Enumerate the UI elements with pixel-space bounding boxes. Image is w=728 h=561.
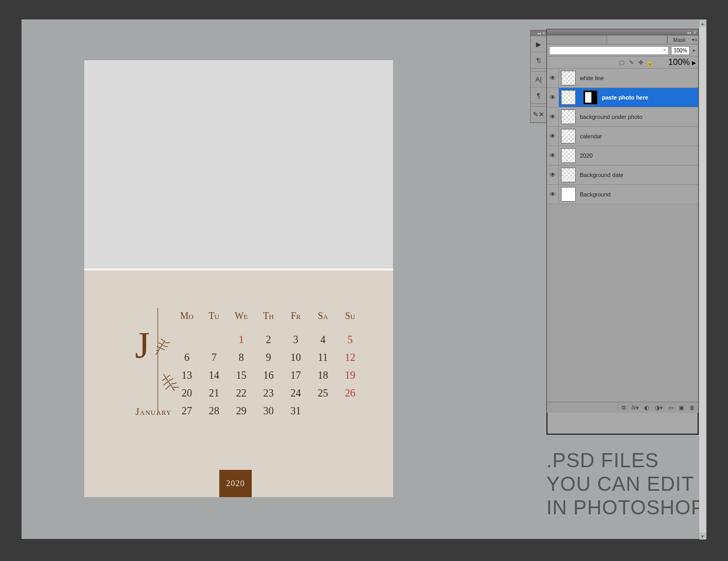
layer-thumbnail[interactable] <box>561 71 576 85</box>
visibility-toggle[interactable]: 👁 <box>547 185 559 204</box>
eye-icon: 👁 <box>547 88 558 107</box>
eye-icon: 👁 <box>547 171 558 179</box>
opacity-arrow-icon[interactable]: ▸ <box>692 48 696 53</box>
day-cell: 21 <box>200 384 228 402</box>
visibility-toggle[interactable]: 👁 <box>547 146 559 165</box>
layer-row[interactable]: 👁background under photo <box>547 107 698 127</box>
layer-name[interactable]: paste photo here <box>602 94 648 101</box>
layer-row[interactable]: 👁white line <box>547 69 698 88</box>
visibility-toggle[interactable]: 👁 <box>547 107 559 126</box>
lock-brush-icon[interactable]: ✎ <box>628 59 635 66</box>
day-cell <box>200 331 228 348</box>
weekday-header: Tu <box>200 307 228 331</box>
day-cell: 27 <box>173 402 200 420</box>
blend-mode-select[interactable] <box>549 46 669 55</box>
eye-icon: 👁 <box>547 133 558 140</box>
layer-thumbnail[interactable] <box>561 168 576 182</box>
day-cell: 15 <box>228 366 255 384</box>
panel-footer: ⧉ fx▾ ◐ ◑▾ ▭ ▣ 🗑 <box>547 402 698 413</box>
character-icon[interactable]: A| <box>531 71 546 87</box>
tab-layers[interactable] <box>547 36 607 44</box>
fx-icon[interactable]: fx▾ <box>631 404 639 411</box>
eye-icon: 👁 <box>547 191 558 198</box>
tab-other[interactable] <box>607 36 667 44</box>
new-layer-icon[interactable]: ▣ <box>679 404 684 411</box>
toolbar-header[interactable]: ◂◂✕ <box>531 30 546 36</box>
day-cell: 16 <box>255 366 282 384</box>
layer-row[interactable]: 👁Background date <box>547 166 698 185</box>
lock-all-icon[interactable]: 🔒 <box>646 59 654 66</box>
layer-thumbnail[interactable] <box>561 109 576 124</box>
day-cell: 4 <box>309 331 337 348</box>
layer-mask-thumbnail[interactable] <box>583 90 598 105</box>
layer-row[interactable]: 👁paste photo here <box>547 88 698 107</box>
paragraph-panel-icon[interactable]: ¶| <box>531 52 546 69</box>
day-cell: 6 <box>173 348 200 366</box>
layer-thumbnail[interactable] <box>561 187 576 202</box>
visibility-toggle[interactable]: 👁 <box>547 127 559 146</box>
day-cell: 31 <box>282 402 309 420</box>
visibility-toggle[interactable]: 👁 <box>547 69 559 87</box>
panel-menu-icon[interactable]: ▾≡ <box>691 36 698 44</box>
fill-arrow-icon[interactable]: ▸ <box>692 58 696 68</box>
day-cell: 28 <box>200 402 228 420</box>
panel-tabs: Mask ▾≡ <box>547 36 698 45</box>
scroll-down-icon[interactable]: ▾ <box>699 533 706 540</box>
day-cell: 23 <box>255 384 282 402</box>
lock-transparent-icon[interactable]: ▢ <box>618 59 625 66</box>
close-icon[interactable]: ✕ <box>693 30 697 35</box>
layer-row[interactable]: 👁Background <box>547 185 698 204</box>
layer-name[interactable]: calendar <box>580 133 602 139</box>
group-icon[interactable]: ▭ <box>668 404 674 411</box>
day-cell <box>337 402 364 420</box>
day-cell: 29 <box>228 402 255 420</box>
tab-mask[interactable]: Mask <box>667 36 691 44</box>
panel-titlebar[interactable]: ◂◂✕ <box>547 29 698 36</box>
promo-line: .PSD FILES <box>546 449 705 472</box>
paragraph-icon[interactable]: ¶ <box>531 87 546 104</box>
day-cell: 18 <box>309 366 337 384</box>
weekday-header: Th <box>255 307 282 331</box>
lock-move-icon[interactable]: ✥ <box>637 59 644 66</box>
layer-name[interactable]: background under photo <box>580 114 642 120</box>
day-cell: 20 <box>173 384 200 402</box>
day-cell: 22 <box>228 384 255 402</box>
visibility-toggle[interactable]: 👁 <box>547 88 559 107</box>
day-cell: 8 <box>228 348 255 366</box>
app-frame: J January MoTuWeThFrSaSu1234567891011121… <box>21 19 707 540</box>
collapse-icon[interactable]: ◂◂ <box>687 30 691 35</box>
day-cell: 9 <box>255 348 282 366</box>
layer-thumbnail[interactable] <box>561 129 576 144</box>
visibility-toggle[interactable]: 👁 <box>547 166 559 184</box>
trash-icon[interactable]: 🗑 <box>689 404 695 411</box>
calendar-artwork: J January MoTuWeThFrSaSu1234567891011121… <box>84 60 393 497</box>
weekday-header: We <box>228 307 255 331</box>
link-layers-icon[interactable]: ⧉ <box>622 404 626 411</box>
layer-name[interactable]: white line <box>580 75 604 81</box>
day-cell: 30 <box>255 402 282 420</box>
layer-row[interactable]: 👁2020 <box>547 146 698 166</box>
adjustment-icon[interactable]: ◑▾ <box>655 404 663 411</box>
weekday-header: Su <box>337 307 364 331</box>
month-initial: J <box>135 324 148 367</box>
layer-name[interactable]: 2020 <box>580 152 592 159</box>
play-icon[interactable]: ▶ <box>531 36 546 52</box>
fill-field[interactable]: 100% <box>668 58 690 67</box>
layer-name[interactable]: Background date <box>580 172 623 178</box>
calendar-body: J January MoTuWeThFrSaSu1234567891011121… <box>84 270 393 497</box>
vertical-scrollbar[interactable]: ▴ ▾ <box>699 20 706 540</box>
promo-text: .PSD FILES YOU CAN EDIT IN PHOTOSHOP <box>546 449 705 519</box>
mask-icon[interactable]: ◐ <box>644 404 649 411</box>
opacity-field[interactable]: 100% <box>671 46 690 55</box>
day-cell: 25 <box>309 384 337 402</box>
layer-thumbnail[interactable] <box>561 90 576 105</box>
layer-row[interactable]: 👁calendar <box>547 127 698 146</box>
day-cell: 13 <box>173 366 200 384</box>
layers-panel: ◂◂✕ Mask ▾≡ 100% ▸ ▢ ✎ ✥ 🔒 100% ▸ 👁white… <box>546 29 699 435</box>
layer-thumbnail[interactable] <box>561 148 576 163</box>
tools-icon[interactable]: ✎✕ <box>531 106 546 123</box>
layer-name[interactable]: Background <box>580 191 611 197</box>
weekday-header: Sa <box>309 307 337 331</box>
weekday-header: Mo <box>173 307 200 331</box>
scroll-up-icon[interactable]: ▴ <box>699 20 706 27</box>
